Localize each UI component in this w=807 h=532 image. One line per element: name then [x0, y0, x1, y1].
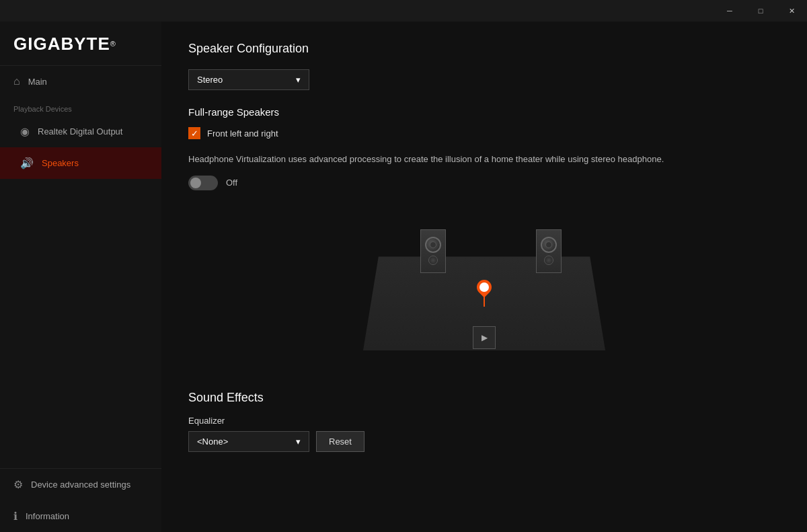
eq-dropdown[interactable]: <None> ▾ — [188, 431, 309, 452]
virtualization-description: Headphone Virtualization uses advanced p… — [188, 153, 740, 166]
sidebar-item-realtek[interactable]: ◉ Realtek Digital Output — [0, 116, 161, 147]
play-icon: ▶ — [482, 333, 488, 342]
speaker-driver-left — [425, 237, 441, 253]
titlebar: ─ □ ✕ — [0, 0, 807, 22]
position-pin — [477, 280, 492, 307]
sidebar-item-main[interactable]: ⌂ Main — [0, 66, 161, 97]
full-range-title: Full-range Speakers — [188, 106, 780, 118]
front-left-right-label: Front left and right — [207, 128, 278, 139]
realtek-icon: ◉ — [20, 125, 30, 138]
speaker-driver-inner-left — [430, 241, 436, 248]
eq-label: Equalizer — [188, 416, 780, 426]
toggle-state-label: Off — [226, 178, 237, 188]
close-button[interactable]: ✕ — [776, 0, 807, 22]
speaker-driver-right — [541, 237, 557, 253]
speaker-tweeter-left — [428, 256, 438, 265]
eq-controls: <None> ▾ Reset — [188, 431, 780, 452]
speaker-config-dropdown[interactable]: Stereo ▾ — [188, 69, 309, 90]
virtualization-toggle[interactable] — [188, 176, 218, 190]
sidebar-realtek-label: Realtek Digital Output — [38, 126, 122, 137]
play-button[interactable]: ▶ — [473, 326, 496, 349]
eq-value: <None> — [197, 436, 228, 447]
checkmark-icon: ✓ — [191, 128, 198, 139]
front-left-right-checkbox[interactable]: ✓ — [188, 127, 200, 139]
reset-button[interactable]: Reset — [316, 431, 364, 452]
speaker-config-value: Stereo — [197, 75, 223, 85]
sidebar-item-information[interactable]: ℹ Information — [0, 500, 161, 532]
gigabyte-logo: GIGABYTE — [13, 34, 110, 54]
speaker-config-title: Speaker Configuration — [188, 42, 780, 56]
speaker-driver-inner-right — [545, 241, 552, 248]
sidebar-device-settings-label: Device advanced settings — [31, 480, 130, 490]
pin-head-inner — [477, 280, 491, 294]
logo-area: GIGABYTE® — [0, 22, 161, 66]
speakers-icon: 🔊 — [20, 157, 34, 169]
chevron-down-eq-icon: ▾ — [296, 436, 301, 447]
toggle-knob — [190, 178, 201, 188]
minimize-button[interactable]: ─ — [714, 0, 745, 22]
chevron-down-icon: ▾ — [296, 75, 301, 85]
maximize-button[interactable]: □ — [745, 0, 776, 22]
speaker-left[interactable] — [420, 229, 446, 273]
sound-effects-title: Sound Effects — [188, 391, 780, 405]
sidebar-speakers-label: Speakers — [42, 158, 79, 168]
speaker-visualization: ▶ — [350, 209, 619, 364]
front-left-right-row: ✓ Front left and right — [188, 127, 780, 139]
sidebar-bottom: ⚙ Device advanced settings ℹ Information — [0, 468, 161, 532]
playback-devices-section-label: Playback Devices — [0, 97, 161, 116]
sidebar-main-label: Main — [28, 77, 47, 87]
sidebar-item-speakers[interactable]: 🔊 Speakers — [0, 147, 161, 179]
gear-icon: ⚙ — [13, 478, 23, 491]
logo-sup: ® — [110, 40, 116, 48]
sidebar-information-label: Information — [26, 511, 69, 521]
home-icon: ⌂ — [13, 75, 20, 87]
speaker-config-dropdown-row: Stereo ▾ — [188, 69, 780, 90]
info-icon: ℹ — [13, 510, 17, 523]
pin-head — [473, 276, 494, 297]
speaker-right[interactable] — [536, 229, 562, 273]
main-content: Speaker Configuration Stereo ▾ Full-rang… — [161, 22, 807, 532]
toggle-row: Off — [188, 176, 780, 190]
sidebar-item-device-settings[interactable]: ⚙ Device advanced settings — [0, 469, 161, 500]
speaker-tweeter-right — [544, 256, 553, 265]
equalizer-row: Equalizer <None> ▾ Reset — [188, 416, 780, 452]
sidebar: GIGABYTE® ⌂ Main Playback Devices ◉ Real… — [0, 22, 161, 532]
